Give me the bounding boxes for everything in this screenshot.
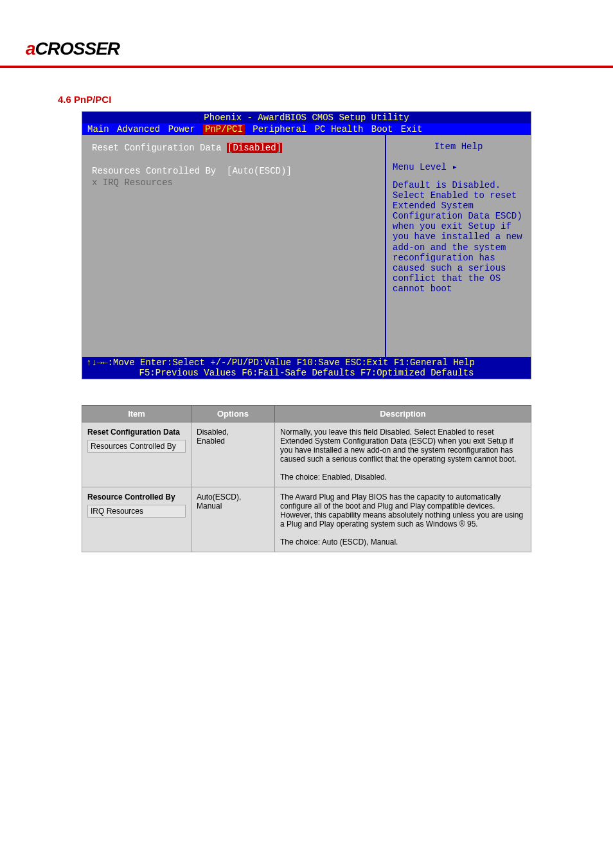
menu-main[interactable]: Main	[87, 124, 109, 134]
bios-label: Reset Configuration Data	[92, 143, 227, 153]
logo-a: a	[26, 39, 35, 59]
header-logo-area: aCROSSER	[0, 0, 613, 68]
bios-body: Reset Configuration Data [Disabled] Reso…	[82, 135, 531, 357]
cell-item: Resource Controlled By IRQ Resources	[82, 487, 191, 552]
cell-item: Reset Configuration Data Resources Contr…	[82, 422, 191, 487]
th-item: Item	[82, 406, 191, 422]
menu-peripheral[interactable]: Peripheral	[253, 124, 306, 134]
help-title: Item Help	[393, 141, 524, 152]
th-description: Description	[275, 406, 531, 422]
cell-options: Auto(ESCD), Manual	[191, 487, 275, 552]
item-title: Resource Controlled By	[87, 493, 186, 502]
menu-power[interactable]: Power	[168, 124, 195, 134]
menu-boot[interactable]: Boot	[371, 124, 393, 134]
bios-left-pane: Reset Configuration Data [Disabled] Reso…	[82, 135, 386, 357]
item-box: Resources Controlled By	[87, 440, 186, 453]
bios-help-pane: Item Help Menu Level ▸ Default is Disabl…	[386, 135, 531, 357]
menu-level: Menu Level ▸	[393, 161, 524, 172]
menu-exit[interactable]: Exit	[401, 124, 423, 134]
bios-value[interactable]: [Disabled]	[227, 143, 282, 153]
bios-row-reset[interactable]: Reset Configuration Data [Disabled]	[92, 143, 375, 153]
description-table: Item Options Description Reset Configura…	[82, 405, 531, 552]
bios-screen: Phoenix - AwardBIOS CMOS Setup Utility M…	[82, 111, 531, 379]
logo-rest: CROSSER	[35, 39, 120, 59]
bios-label: x IRQ Resources	[92, 177, 227, 188]
menu-advanced[interactable]: Advanced	[117, 124, 160, 134]
cell-description: Normally, you leave this field Disabled.…	[275, 422, 531, 487]
item-box: IRQ Resources	[87, 505, 186, 518]
th-options: Options	[191, 406, 275, 422]
cell-options: Disabled, Enabled	[191, 422, 275, 487]
bios-menu-bar[interactable]: Main Advanced Power PnP/PCI Peripheral P…	[82, 123, 531, 135]
bios-row-resources[interactable]: Resources Controlled By [Auto(ESCD)]	[92, 166, 375, 176]
help-text: Default is Disabled. Select Enabled to r…	[393, 180, 524, 294]
bios-value[interactable]: [Auto(ESCD)]	[227, 166, 292, 176]
section-title: 4.6 PnP/PCI	[0, 68, 613, 111]
bios-row-irq: x IRQ Resources	[92, 177, 375, 188]
bios-label: Resources Controlled By	[92, 166, 227, 176]
bios-footer: ↑↓→←:Move Enter:Select +/-/PU/PD:Value F…	[82, 357, 531, 379]
item-title: Reset Configuration Data	[87, 428, 186, 437]
bios-title: Phoenix - AwardBIOS CMOS Setup Utility	[82, 112, 531, 123]
cell-description: The Award Plug and Play BIOS has the cap…	[275, 487, 531, 552]
logo: aCROSSER	[26, 39, 120, 59]
table-row: Resource Controlled By IRQ Resources Aut…	[82, 487, 531, 552]
footer-line2: F5:Previous Values F6:Fail-Safe Defaults…	[86, 368, 527, 378]
menu-pchealth[interactable]: PC Health	[315, 124, 364, 134]
bios-row-blank	[92, 154, 375, 165]
description-table-wrap: Item Options Description Reset Configura…	[82, 405, 531, 552]
table-header-row: Item Options Description	[82, 406, 531, 422]
menu-pnppci[interactable]: PnP/PCI	[203, 124, 245, 134]
table-row: Reset Configuration Data Resources Contr…	[82, 422, 531, 487]
footer-line1: ↑↓→←:Move Enter:Select +/-/PU/PD:Value F…	[86, 357, 527, 368]
